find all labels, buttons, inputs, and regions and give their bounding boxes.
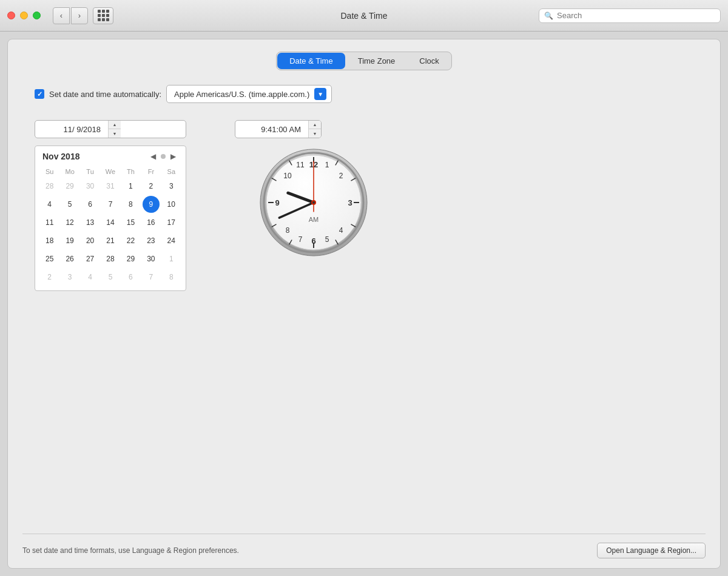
cal-day[interactable]: 21 xyxy=(102,232,119,249)
cal-header-su: Su xyxy=(40,167,59,176)
cal-day[interactable]: 30 xyxy=(143,250,160,267)
search-bar[interactable]: 🔍 xyxy=(539,8,721,23)
cal-day[interactable]: 10 xyxy=(163,196,180,213)
auto-checkbox-wrapper: Set date and time automatically: xyxy=(35,89,166,99)
cal-day[interactable]: 1 xyxy=(163,250,180,267)
tab-time-zone[interactable]: Time Zone xyxy=(346,52,408,70)
cal-day[interactable]: 8 xyxy=(122,196,139,213)
maximize-button[interactable] xyxy=(33,12,41,19)
cal-header-tu: Tu xyxy=(81,167,99,176)
cal-day[interactable]: 28 xyxy=(41,178,58,195)
tabs: Date & Time Time Zone Clock xyxy=(276,52,452,70)
cal-day[interactable]: 3 xyxy=(163,178,180,195)
cal-header-mo: Mo xyxy=(60,167,79,176)
date-value: 11/ 9/2018 xyxy=(35,122,108,136)
titlebar: ‹ › Date & Time 🔍 xyxy=(0,0,728,32)
forward-button[interactable]: › xyxy=(71,7,88,24)
tab-date-time[interactable]: Date & Time xyxy=(277,53,345,69)
cal-day[interactable]: 24 xyxy=(163,232,180,249)
cal-day[interactable]: 3 xyxy=(61,269,78,286)
date-increment-button[interactable]: ▲ xyxy=(109,121,121,129)
cal-day[interactable]: 14 xyxy=(102,214,119,231)
time-decrement-button[interactable]: ▼ xyxy=(309,129,321,138)
cal-day[interactable]: 29 xyxy=(122,250,139,267)
cal-day-selected[interactable]: 9 xyxy=(143,196,160,213)
cal-day[interactable]: 25 xyxy=(41,250,58,267)
cal-day[interactable]: 15 xyxy=(122,214,139,231)
date-stepper-buttons: ▲ ▼ xyxy=(108,121,121,138)
cal-day[interactable]: 5 xyxy=(102,269,119,286)
time-stepper[interactable]: 9:41:00 AM ▲ ▼ xyxy=(235,120,322,138)
cal-day[interactable]: 12 xyxy=(61,214,78,231)
cal-header-sa: Sa xyxy=(162,167,181,176)
svg-text:1: 1 xyxy=(325,161,329,169)
dropdown-arrow-icon: ▼ xyxy=(314,88,326,100)
cal-day[interactable]: 2 xyxy=(143,178,160,195)
auto-label: Set date and time automatically: xyxy=(49,90,161,99)
cal-day[interactable]: 2 xyxy=(41,269,58,286)
traffic-lights xyxy=(7,12,41,19)
tabs-container: Date & Time Time Zone Clock xyxy=(22,52,706,70)
clock-section: 9:41:00 AM ▲ ▼ xyxy=(259,120,368,257)
window-title: Date & Time xyxy=(340,11,387,21)
cal-header-th: Th xyxy=(121,167,140,176)
svg-text:8: 8 xyxy=(286,226,290,235)
tab-clock[interactable]: Clock xyxy=(407,52,451,70)
date-time-inputs: 11/ 9/2018 ▲ ▼ Nov 2018 ◀ ▶ xyxy=(35,120,186,291)
cal-day[interactable]: 17 xyxy=(163,214,180,231)
cal-day[interactable]: 29 xyxy=(61,178,78,195)
cal-day[interactable]: 5 xyxy=(61,196,78,213)
cal-day[interactable]: 7 xyxy=(102,196,119,213)
date-decrement-button[interactable]: ▼ xyxy=(109,129,121,138)
cal-day[interactable]: 16 xyxy=(143,214,160,231)
cal-day[interactable]: 23 xyxy=(143,232,160,249)
cal-day[interactable]: 22 xyxy=(122,232,139,249)
cal-day[interactable]: 6 xyxy=(122,269,139,286)
cal-day[interactable]: 28 xyxy=(102,250,119,267)
cal-day[interactable]: 8 xyxy=(163,269,180,286)
cal-day[interactable]: 26 xyxy=(61,250,78,267)
calendar-nav: ◀ ▶ xyxy=(148,151,178,162)
cal-day[interactable]: 4 xyxy=(41,196,58,213)
calendar-today-dot[interactable] xyxy=(161,154,166,159)
search-input[interactable] xyxy=(557,11,715,20)
cal-day[interactable]: 31 xyxy=(102,178,119,195)
svg-text:6: 6 xyxy=(311,236,315,246)
app-grid-button[interactable] xyxy=(93,7,113,24)
time-increment-button[interactable]: ▲ xyxy=(309,121,321,129)
auto-checkbox[interactable] xyxy=(35,89,44,99)
cal-day[interactable]: 7 xyxy=(143,269,160,286)
cal-day[interactable]: 11 xyxy=(41,214,58,231)
cal-header-we: We xyxy=(101,167,120,176)
svg-text:9: 9 xyxy=(275,198,279,207)
cal-day[interactable]: 18 xyxy=(41,232,58,249)
cal-day[interactable]: 27 xyxy=(82,250,99,267)
cal-clock-row: 11/ 9/2018 ▲ ▼ Nov 2018 ◀ ▶ xyxy=(22,120,706,291)
bottom-bar: To set date and time formats, use Langua… xyxy=(22,534,706,558)
svg-text:4: 4 xyxy=(339,226,343,235)
close-button[interactable] xyxy=(7,12,15,19)
cal-day[interactable]: 6 xyxy=(82,196,99,213)
cal-day[interactable]: 20 xyxy=(82,232,99,249)
nav-buttons: ‹ › xyxy=(53,7,88,24)
cal-day[interactable]: 13 xyxy=(82,214,99,231)
date-stepper[interactable]: 11/ 9/2018 ▲ ▼ xyxy=(35,120,186,138)
cal-day[interactable]: 19 xyxy=(61,232,78,249)
back-button[interactable]: ‹ xyxy=(53,7,70,24)
server-value: Apple Americas/U.S. (time.apple.com.) xyxy=(174,90,309,99)
svg-text:5: 5 xyxy=(325,235,329,244)
time-value: 9:41:00 AM xyxy=(235,122,308,136)
svg-text:11: 11 xyxy=(296,161,305,169)
calendar-grid: Su Mo Tu We Th Fr Sa 28 29 30 31 1 2 xyxy=(40,167,181,286)
cal-day[interactable]: 30 xyxy=(82,178,99,195)
calendar-next-button[interactable]: ▶ xyxy=(168,151,178,162)
main-content: Date & Time Time Zone Clock Set date and… xyxy=(7,39,721,569)
time-stepper-buttons: ▲ ▼ xyxy=(308,121,321,138)
server-dropdown[interactable]: Apple Americas/U.S. (time.apple.com.) ▼ xyxy=(166,85,332,103)
cal-day[interactable]: 1 xyxy=(122,178,139,195)
calendar-header: Nov 2018 ◀ ▶ xyxy=(40,151,181,162)
calendar-prev-button[interactable]: ◀ xyxy=(148,151,158,162)
open-language-region-button[interactable]: Open Language & Region... xyxy=(597,543,706,558)
minimize-button[interactable] xyxy=(20,12,28,19)
cal-day[interactable]: 4 xyxy=(82,269,99,286)
